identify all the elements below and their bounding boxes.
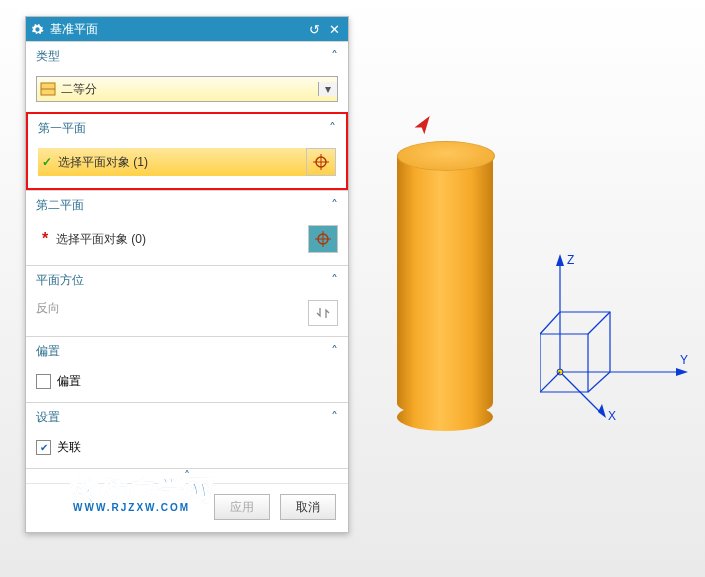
section-plane2: 第二平面 ˄ * 选择平面对象 (0) xyxy=(26,190,348,265)
section-offset-label: 偏置 xyxy=(36,343,60,360)
cancel-button[interactable]: 取消 xyxy=(280,494,336,520)
reset-button[interactable]: ↺ xyxy=(304,22,324,37)
model-cylinder xyxy=(397,141,493,431)
section-plane1: 第一平面 ˄ ✓ 选择平面对象 (1) xyxy=(26,112,348,190)
check-icon: ✓ xyxy=(38,155,56,169)
bisector-icon xyxy=(37,82,59,96)
cylinder-side xyxy=(397,155,493,417)
section-type-label: 类型 xyxy=(36,48,60,65)
section-settings: 设置 ˄ ✔ 关联 xyxy=(26,402,348,468)
checkbox-box-checked: ✔ xyxy=(36,440,51,455)
plane1-pick-button[interactable] xyxy=(306,148,336,176)
dropdown-icon: ▾ xyxy=(318,82,337,96)
plane2-selection-label: 选择平面对象 (0) xyxy=(54,231,308,248)
coordinate-triad: Z Y X xyxy=(540,252,700,435)
crosshair-icon xyxy=(315,231,331,247)
svg-marker-6 xyxy=(598,404,606,418)
type-combobox[interactable]: 二等分 ▾ xyxy=(36,76,338,102)
section-offset-header[interactable]: 偏置 ˄ xyxy=(26,337,348,365)
section-plane2-label: 第二平面 xyxy=(36,197,84,214)
swap-icon xyxy=(316,306,330,320)
section-orient-label: 平面方位 xyxy=(36,272,84,289)
chevron-up-icon: ˄ xyxy=(329,120,336,136)
section-plane1-label: 第一平面 xyxy=(38,120,86,137)
associative-checkbox[interactable]: ✔ 关联 xyxy=(36,437,338,458)
section-settings-header[interactable]: 设置 ˄ xyxy=(26,403,348,431)
section-orient-header[interactable]: 平面方位 ˄ xyxy=(26,266,348,294)
plane1-selection-label: 选择平面对象 (1) xyxy=(56,154,306,171)
plane2-pick-button[interactable] xyxy=(308,225,338,253)
associative-checkbox-label: 关联 xyxy=(57,439,81,456)
section-orient: 平面方位 ˄ 反向 xyxy=(26,265,348,336)
axis-x-label: X xyxy=(608,409,616,423)
dialog-title: 基准平面 xyxy=(50,21,304,38)
plane1-selection-row[interactable]: ✓ 选择平面对象 (1) xyxy=(38,148,336,176)
reverse-button[interactable] xyxy=(308,300,338,326)
section-settings-label: 设置 xyxy=(36,409,60,426)
viewport: Z Y X 基准平面 ↺ ✕ xyxy=(0,0,705,577)
chevron-up-icon: ˄ xyxy=(331,343,338,359)
section-type-header[interactable]: 类型 ˄ xyxy=(26,42,348,70)
watermark: 软件自学网 WWW.RJZXW.COM xyxy=(67,477,212,513)
svg-marker-2 xyxy=(556,254,564,266)
svg-marker-4 xyxy=(676,368,688,376)
section-plane2-header[interactable]: 第二平面 ˄ xyxy=(26,191,348,219)
section-type: 类型 ˄ 二等分 ▾ xyxy=(26,41,348,112)
chevron-up-icon: ˄ xyxy=(331,272,338,288)
datum-plane-dialog: 基准平面 ↺ ✕ 类型 ˄ 二等分 ▾ 第一平面 xyxy=(25,16,349,533)
cylinder-bottom xyxy=(397,403,493,431)
reverse-label: 反向 xyxy=(36,301,60,315)
gear-icon xyxy=(30,22,44,36)
svg-marker-0 xyxy=(415,113,435,135)
chevron-up-icon: ˄ xyxy=(331,197,338,213)
section-plane1-header[interactable]: 第一平面 ˄ xyxy=(28,114,346,142)
axis-z-label: Z xyxy=(567,253,574,267)
plane2-selection-row[interactable]: * 选择平面对象 (0) xyxy=(36,225,338,253)
chevron-up-icon: ˄ xyxy=(331,48,338,64)
type-combobox-value: 二等分 xyxy=(59,81,318,98)
axis-y-label: Y xyxy=(680,353,688,367)
apply-button[interactable]: 应用 xyxy=(214,494,270,520)
offset-checkbox-label: 偏置 xyxy=(57,373,81,390)
close-button[interactable]: ✕ xyxy=(324,22,344,37)
asterisk-icon: * xyxy=(36,230,54,248)
crosshair-icon xyxy=(313,154,329,170)
dialog-titlebar[interactable]: 基准平面 ↺ ✕ xyxy=(26,17,348,41)
chevron-up-icon: ˄ xyxy=(331,409,338,425)
offset-checkbox[interactable]: 偏置 xyxy=(36,371,338,392)
checkbox-box xyxy=(36,374,51,389)
section-offset: 偏置 ˄ 偏置 xyxy=(26,336,348,402)
